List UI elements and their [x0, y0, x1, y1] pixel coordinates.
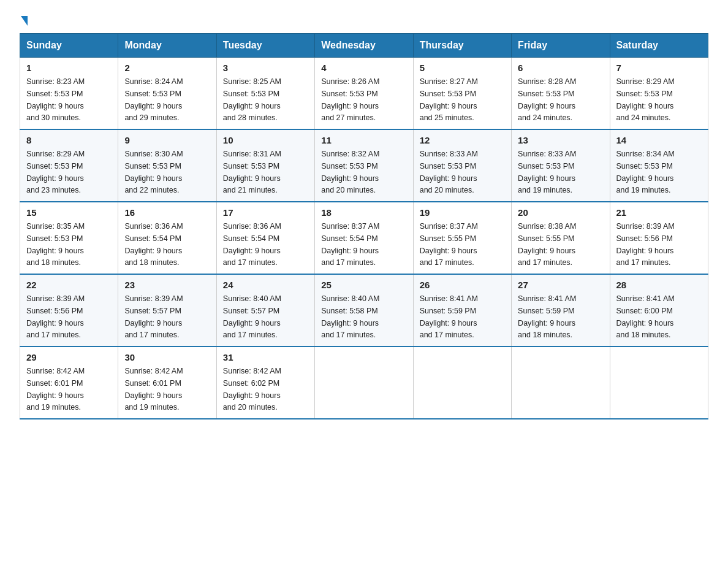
header-wednesday: Wednesday	[315, 34, 413, 58]
day-info: Sunrise: 8:30 AMSunset: 5:53 PMDaylight:…	[124, 150, 183, 194]
day-number: 6	[518, 63, 603, 73]
header-monday: Monday	[118, 34, 216, 58]
day-info: Sunrise: 8:38 AMSunset: 5:55 PMDaylight:…	[518, 222, 576, 267]
calendar-week-row: 1 Sunrise: 8:23 AMSunset: 5:53 PMDayligh…	[20, 58, 708, 130]
calendar-cell	[413, 347, 511, 419]
calendar-cell: 23 Sunrise: 8:39 AMSunset: 5:57 PMDaylig…	[118, 274, 216, 347]
calendar-week-row: 8 Sunrise: 8:29 AMSunset: 5:53 PMDayligh…	[20, 129, 708, 202]
calendar-cell: 27 Sunrise: 8:41 AMSunset: 5:59 PMDaylig…	[512, 274, 610, 347]
day-info: Sunrise: 8:39 AMSunset: 5:57 PMDaylight:…	[124, 294, 183, 339]
calendar-cell: 22 Sunrise: 8:39 AMSunset: 5:56 PMDaylig…	[20, 274, 118, 347]
day-info: Sunrise: 8:26 AMSunset: 5:53 PMDaylight:…	[321, 77, 379, 122]
header-friday: Friday	[512, 34, 610, 58]
day-number: 2	[124, 63, 210, 73]
calendar-cell: 28 Sunrise: 8:41 AMSunset: 6:00 PMDaylig…	[610, 274, 708, 347]
day-info: Sunrise: 8:41 AMSunset: 5:59 PMDaylight:…	[420, 294, 478, 339]
day-info: Sunrise: 8:35 AMSunset: 5:53 PMDaylight:…	[26, 222, 85, 267]
calendar-cell: 18 Sunrise: 8:37 AMSunset: 5:54 PMDaylig…	[315, 202, 413, 274]
day-number: 29	[26, 352, 112, 362]
day-number: 7	[616, 63, 702, 73]
day-info: Sunrise: 8:32 AMSunset: 5:53 PMDaylight:…	[321, 150, 379, 194]
calendar-cell: 29 Sunrise: 8:42 AMSunset: 6:01 PMDaylig…	[20, 347, 118, 419]
day-number: 27	[518, 280, 603, 290]
calendar-cell: 4 Sunrise: 8:26 AMSunset: 5:53 PMDayligh…	[315, 58, 413, 130]
calendar-cell: 26 Sunrise: 8:41 AMSunset: 5:59 PMDaylig…	[413, 274, 511, 347]
day-info: Sunrise: 8:42 AMSunset: 6:02 PMDaylight:…	[223, 367, 281, 412]
day-info: Sunrise: 8:33 AMSunset: 5:53 PMDaylight:…	[420, 150, 478, 194]
day-number: 13	[518, 135, 603, 145]
day-info: Sunrise: 8:36 AMSunset: 5:54 PMDaylight:…	[124, 222, 183, 267]
day-info: Sunrise: 8:41 AMSunset: 6:00 PMDaylight:…	[616, 294, 675, 339]
calendar-cell: 13 Sunrise: 8:33 AMSunset: 5:53 PMDaylig…	[512, 129, 610, 202]
day-info: Sunrise: 8:29 AMSunset: 5:53 PMDaylight:…	[616, 77, 675, 122]
day-number: 19	[420, 207, 505, 218]
calendar-cell: 10 Sunrise: 8:31 AMSunset: 5:53 PMDaylig…	[216, 129, 314, 202]
calendar-cell: 15 Sunrise: 8:35 AMSunset: 5:53 PMDaylig…	[20, 202, 118, 274]
day-info: Sunrise: 8:31 AMSunset: 5:53 PMDaylight:…	[223, 150, 281, 194]
day-number: 26	[420, 280, 505, 290]
day-number: 18	[321, 207, 406, 218]
day-info: Sunrise: 8:42 AMSunset: 6:01 PMDaylight:…	[124, 367, 183, 412]
day-number: 20	[518, 207, 603, 218]
day-number: 9	[124, 135, 210, 145]
day-number: 28	[616, 280, 702, 290]
day-number: 17	[223, 207, 308, 218]
day-number: 21	[616, 207, 702, 218]
day-info: Sunrise: 8:34 AMSunset: 5:53 PMDaylight:…	[616, 150, 675, 194]
calendar-week-row: 22 Sunrise: 8:39 AMSunset: 5:56 PMDaylig…	[20, 274, 708, 347]
logo-triangle-icon	[21, 16, 28, 26]
day-number: 30	[124, 352, 210, 362]
page-header	[20, 15, 708, 27]
calendar-cell: 5 Sunrise: 8:27 AMSunset: 5:53 PMDayligh…	[413, 58, 511, 130]
calendar-cell: 31 Sunrise: 8:42 AMSunset: 6:02 PMDaylig…	[216, 347, 314, 419]
day-info: Sunrise: 8:37 AMSunset: 5:55 PMDaylight:…	[420, 222, 478, 267]
calendar-cell	[315, 347, 413, 419]
calendar-cell	[512, 347, 610, 419]
day-number: 4	[321, 63, 406, 73]
calendar-cell: 25 Sunrise: 8:40 AMSunset: 5:58 PMDaylig…	[315, 274, 413, 347]
calendar-table: SundayMondayTuesdayWednesdayThursdayFrid…	[20, 33, 708, 419]
calendar-cell: 9 Sunrise: 8:30 AMSunset: 5:53 PMDayligh…	[118, 129, 216, 202]
day-info: Sunrise: 8:37 AMSunset: 5:54 PMDaylight:…	[321, 222, 379, 267]
calendar-header-row: SundayMondayTuesdayWednesdayThursdayFrid…	[20, 34, 708, 58]
day-info: Sunrise: 8:40 AMSunset: 5:57 PMDaylight:…	[223, 294, 281, 339]
day-number: 3	[223, 63, 308, 73]
calendar-cell: 24 Sunrise: 8:40 AMSunset: 5:57 PMDaylig…	[216, 274, 314, 347]
day-number: 11	[321, 135, 406, 145]
calendar-cell: 2 Sunrise: 8:24 AMSunset: 5:53 PMDayligh…	[118, 58, 216, 130]
day-info: Sunrise: 8:25 AMSunset: 5:53 PMDaylight:…	[223, 77, 281, 122]
calendar-cell: 12 Sunrise: 8:33 AMSunset: 5:53 PMDaylig…	[413, 129, 511, 202]
day-number: 1	[26, 63, 112, 73]
calendar-cell: 3 Sunrise: 8:25 AMSunset: 5:53 PMDayligh…	[216, 58, 314, 130]
day-info: Sunrise: 8:40 AMSunset: 5:58 PMDaylight:…	[321, 294, 379, 339]
calendar-cell: 8 Sunrise: 8:29 AMSunset: 5:53 PMDayligh…	[20, 129, 118, 202]
day-info: Sunrise: 8:36 AMSunset: 5:54 PMDaylight:…	[223, 222, 281, 267]
calendar-cell: 6 Sunrise: 8:28 AMSunset: 5:53 PMDayligh…	[512, 58, 610, 130]
day-info: Sunrise: 8:27 AMSunset: 5:53 PMDaylight:…	[420, 77, 478, 122]
logo	[20, 15, 28, 27]
day-number: 5	[420, 63, 505, 73]
calendar-cell: 17 Sunrise: 8:36 AMSunset: 5:54 PMDaylig…	[216, 202, 314, 274]
calendar-cell: 19 Sunrise: 8:37 AMSunset: 5:55 PMDaylig…	[413, 202, 511, 274]
calendar-week-row: 29 Sunrise: 8:42 AMSunset: 6:01 PMDaylig…	[20, 347, 708, 419]
calendar-cell: 1 Sunrise: 8:23 AMSunset: 5:53 PMDayligh…	[20, 58, 118, 130]
header-saturday: Saturday	[610, 34, 708, 58]
calendar-cell: 7 Sunrise: 8:29 AMSunset: 5:53 PMDayligh…	[610, 58, 708, 130]
day-info: Sunrise: 8:33 AMSunset: 5:53 PMDaylight:…	[518, 150, 576, 194]
day-info: Sunrise: 8:24 AMSunset: 5:53 PMDaylight:…	[124, 77, 183, 122]
calendar-cell: 21 Sunrise: 8:39 AMSunset: 5:56 PMDaylig…	[610, 202, 708, 274]
day-number: 23	[124, 280, 210, 290]
day-number: 24	[223, 280, 308, 290]
calendar-cell	[610, 347, 708, 419]
day-number: 14	[616, 135, 702, 145]
header-thursday: Thursday	[413, 34, 511, 58]
calendar-cell: 30 Sunrise: 8:42 AMSunset: 6:01 PMDaylig…	[118, 347, 216, 419]
day-info: Sunrise: 8:42 AMSunset: 6:01 PMDaylight:…	[26, 367, 85, 412]
day-number: 8	[26, 135, 112, 145]
day-number: 31	[223, 352, 308, 362]
day-info: Sunrise: 8:41 AMSunset: 5:59 PMDaylight:…	[518, 294, 576, 339]
day-info: Sunrise: 8:29 AMSunset: 5:53 PMDaylight:…	[26, 150, 85, 194]
day-info: Sunrise: 8:39 AMSunset: 5:56 PMDaylight:…	[26, 294, 85, 339]
calendar-cell: 16 Sunrise: 8:36 AMSunset: 5:54 PMDaylig…	[118, 202, 216, 274]
calendar-cell: 11 Sunrise: 8:32 AMSunset: 5:53 PMDaylig…	[315, 129, 413, 202]
